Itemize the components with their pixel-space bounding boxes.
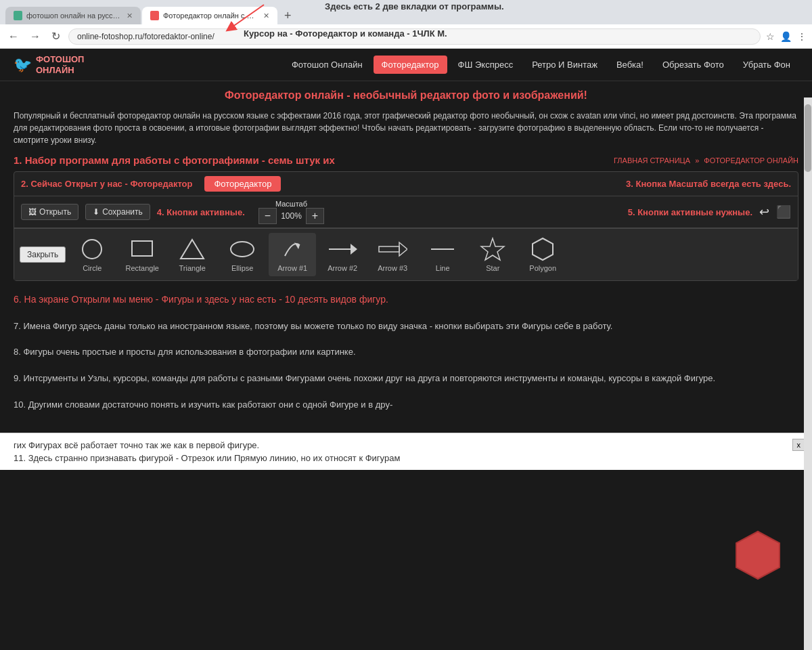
save-icon: ⬇	[93, 207, 99, 217]
svg-rect-8	[379, 246, 399, 252]
profile-icon[interactable]: 👤	[780, 31, 792, 42]
ellipse-icon	[227, 237, 257, 261]
polygon-icon	[528, 237, 558, 261]
annotation2: 2. Сейчас Открыт у нас - Фоторедактор	[21, 179, 192, 189]
nav-retro[interactable]: Ретро И Винтаж	[524, 56, 606, 74]
star-label: Star	[486, 264, 499, 272]
svg-rect-2	[132, 241, 152, 256]
shape-polygon[interactable]: Polygon	[519, 233, 566, 276]
menu-icon[interactable]: ⋮	[797, 31, 807, 42]
note9: 9. Интсрументы и Узлы, курсоры, команды …	[14, 369, 798, 389]
intro-text: Популярный и бесплатный фоторедактор онл…	[14, 110, 798, 146]
shapes-toolbar: Закрыть Circle	[14, 228, 798, 280]
browser-icons: ☆ 👤 ⋮	[766, 31, 807, 42]
page-title: Фоторедактор онлайн - необычный редактор…	[14, 89, 798, 102]
shape-ellipse[interactable]: Ellipse	[219, 233, 266, 276]
breadcrumb-sep: »	[695, 156, 699, 165]
breadcrumb-current: ФОТОРЕДАКТОР ОНЛАЙН	[704, 156, 798, 165]
scale-title: Масштаб	[275, 200, 307, 208]
breadcrumb: ГЛАВНАЯ СТРАНИЦА » ФОТОРЕДАКТОР ОНЛАЙН	[614, 156, 798, 165]
save-label: Сохранить	[102, 207, 143, 217]
logo-text: ФОТОШОПОНЛАЙН	[36, 54, 84, 75]
note10: 10. Другими словами достаточно понять и …	[14, 395, 798, 415]
tab-2-close[interactable]: ✕	[263, 12, 269, 20]
popup-line10b: гих Фигурах всё работает точно так же ка…	[14, 440, 798, 450]
fotor-badge[interactable]: Фоторедактор	[204, 176, 281, 192]
svg-marker-13	[736, 532, 780, 579]
logo-icon: 🐦	[14, 56, 32, 74]
undo-button[interactable]: ↩	[759, 204, 769, 219]
shape-star[interactable]: Star	[469, 233, 516, 276]
star-icon	[478, 237, 508, 261]
annotation3: 3. Кнопка Масштаб всегда есть здесь.	[626, 179, 791, 189]
circle-label: Circle	[83, 264, 102, 272]
ellipse-label: Ellipse	[231, 264, 253, 272]
tab-2-label: Фоторедактор онлайн с эффект...	[163, 12, 258, 20]
popup-line11: 11. Здесь странно признавать фигурой - О…	[14, 453, 798, 463]
scale-value: 100%	[281, 211, 302, 221]
svg-point-1	[83, 240, 102, 259]
svg-marker-9	[399, 242, 407, 256]
browser-tab-2[interactable]: Фоторедактор онлайн с эффект... ✕	[142, 7, 277, 24]
open-label: Открыть	[39, 207, 71, 217]
shape-arrow1[interactable]: Arrow #1	[269, 233, 316, 276]
svg-marker-11	[481, 238, 504, 260]
annotation4: 4. Кнопки активные.	[157, 207, 245, 217]
shape-triangle[interactable]: Triangle	[168, 233, 216, 276]
browser-tab-1[interactable]: фотошоп онлайн на русском - ✕	[5, 7, 141, 24]
circle-icon	[77, 237, 107, 261]
scrollbar[interactable]	[804, 98, 812, 650]
rectangle-label: Rectangle	[125, 264, 159, 272]
shape-rectangle[interactable]: Rectangle	[118, 233, 166, 276]
svg-marker-7	[351, 244, 357, 255]
note7: 7. Имена Фигур здесь даны только на инос…	[14, 317, 798, 337]
section1-title: 1. Набор программ для работы с фотографи…	[14, 154, 335, 166]
tab-1-close[interactable]: ✕	[127, 12, 133, 20]
layers-button[interactable]: ⬛	[776, 204, 791, 219]
svg-marker-3	[181, 240, 204, 259]
back-button[interactable]: ←	[5, 29, 22, 44]
shape-circle[interactable]: Circle	[68, 233, 116, 276]
line-icon	[428, 237, 457, 261]
forward-button[interactable]: →	[27, 29, 43, 44]
nav-express[interactable]: ФШ Экспресс	[450, 56, 522, 74]
nav-crop[interactable]: Обрезать Фото	[654, 56, 732, 74]
open-button[interactable]: 🖼 Открыть	[21, 204, 78, 220]
arrow2-label: Arrow #2	[328, 264, 357, 272]
shape-arrow3[interactable]: Arrow #3	[369, 233, 416, 276]
tab-1-label: фотошоп онлайн на русском -	[26, 12, 121, 20]
reload-button[interactable]: ↻	[49, 28, 63, 44]
zoom-out-button[interactable]: −	[258, 208, 277, 224]
breadcrumb-home: ГЛАВНАЯ СТРАНИЦА	[614, 156, 690, 165]
scroll-thumb[interactable]	[805, 104, 811, 172]
note8: 8. Фигуры очень простые и просты для исп…	[14, 343, 798, 362]
note6: 6. На экране Открыли мы меню - Фигуры и …	[14, 289, 798, 309]
arrow1-icon	[277, 237, 307, 261]
shapes-close-button[interactable]: Закрыть	[20, 246, 66, 263]
svg-point-4	[231, 242, 254, 257]
image-icon: 🖼	[28, 207, 37, 217]
arrow3-icon	[378, 237, 407, 261]
arrow3-label: Arrow #3	[378, 264, 407, 272]
line-label: Line	[436, 264, 450, 272]
floating-hexagon	[731, 528, 785, 582]
annotation5: 5. Кнопки активные нужные.	[628, 207, 752, 217]
nav-fotoshop[interactable]: Фотошоп Онлайн	[284, 56, 371, 74]
nav-webcam[interactable]: Вебка!	[608, 56, 652, 74]
nav-fotoredaktor[interactable]: Фоторедактор	[374, 56, 447, 74]
bookmark-icon[interactable]: ☆	[766, 31, 775, 42]
tab-callout: Здесь есть 2 две вкладки от программы.	[325, 1, 504, 12]
shape-line[interactable]: Line	[419, 233, 466, 276]
triangle-label: Triangle	[179, 264, 206, 272]
add-tab-button[interactable]: +	[279, 9, 297, 23]
triangle-icon	[177, 237, 207, 261]
shape-arrow2[interactable]: Arrow #2	[319, 233, 366, 276]
save-button[interactable]: ⬇ Сохранить	[85, 204, 150, 220]
notes-section: 6. На экране Открыли мы меню - Фигуры и …	[14, 281, 798, 425]
svg-marker-12	[533, 238, 553, 260]
zoom-in-button[interactable]: +	[306, 208, 324, 224]
nav-bg[interactable]: Убрать Фон	[735, 56, 798, 74]
bottom-popup: x гих Фигурах всё работает точно так же …	[0, 433, 812, 470]
polygon-label: Polygon	[529, 264, 556, 272]
editor-area: 2. Сейчас Открыт у нас - Фоторедактор Фо…	[14, 171, 798, 281]
